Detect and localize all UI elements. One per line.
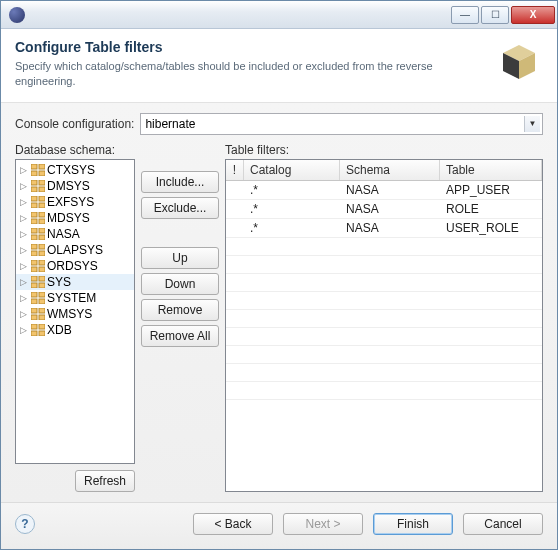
filters-column: Table filters: ! Catalog Schema Table .*… (225, 143, 543, 492)
svg-rect-30 (39, 267, 45, 272)
cell-schema: NASA (340, 181, 440, 199)
schema-item-label: MDSYS (47, 211, 90, 225)
expander-icon[interactable]: ▷ (18, 228, 29, 239)
col-schema[interactable]: Schema (340, 160, 440, 180)
cell-catalog: .* (244, 181, 340, 199)
svg-rect-37 (31, 299, 37, 304)
schema-tree[interactable]: ▷CTXSYS▷DMSYS▷EXFSYS▷MDSYS▷NASA▷OLAPSYS▷… (15, 159, 135, 464)
schema-item-label: NASA (47, 227, 80, 241)
dialog-body: Console configuration: hibernate ▼ Datab… (1, 103, 557, 502)
grid-body: .*NASAAPP_USER.*NASAROLE.*NASAUSER_ROLE (226, 181, 542, 491)
schema-item-label: DMSYS (47, 179, 90, 193)
refresh-button[interactable]: Refresh (75, 470, 135, 492)
schema-item[interactable]: ▷SYS (16, 274, 134, 290)
help-icon[interactable]: ? (15, 514, 35, 534)
svg-rect-27 (31, 260, 37, 265)
console-row: Console configuration: hibernate ▼ (15, 113, 543, 135)
down-button[interactable]: Down (141, 273, 219, 295)
svg-rect-46 (39, 331, 45, 336)
cell-schema: NASA (340, 200, 440, 218)
col-catalog[interactable]: Catalog (244, 160, 340, 180)
col-table[interactable]: Table (440, 160, 542, 180)
expander-icon[interactable]: ▷ (18, 196, 29, 207)
table-row[interactable]: .*NASAAPP_USER (226, 181, 542, 200)
expander-icon[interactable]: ▷ (18, 180, 29, 191)
schema-item[interactable]: ▷WMSYS (16, 306, 134, 322)
cell-bang (226, 219, 244, 237)
include-button[interactable]: Include... (141, 171, 219, 193)
schema-item[interactable]: ▷NASA (16, 226, 134, 242)
cell-schema: NASA (340, 219, 440, 237)
schema-item[interactable]: ▷EXFSYS (16, 194, 134, 210)
svg-rect-7 (31, 180, 37, 185)
schema-item-label: OLAPSYS (47, 243, 103, 257)
schema-item[interactable]: ▷XDB (16, 322, 134, 338)
svg-rect-4 (39, 164, 45, 169)
svg-rect-29 (31, 267, 37, 272)
back-button[interactable]: < Back (193, 513, 273, 535)
next-button[interactable]: Next > (283, 513, 363, 535)
cell-bang (226, 200, 244, 218)
schema-item[interactable]: ▷OLAPSYS (16, 242, 134, 258)
expander-icon[interactable]: ▷ (18, 244, 29, 255)
filters-grid[interactable]: ! Catalog Schema Table .*NASAAPP_USER.*N… (225, 159, 543, 492)
dialog-footer: ? < Back Next > Finish Cancel (1, 502, 557, 549)
schema-item[interactable]: ▷CTXSYS (16, 162, 134, 178)
svg-rect-5 (31, 171, 37, 176)
svg-rect-44 (39, 324, 45, 329)
schema-item-label: EXFSYS (47, 195, 94, 209)
svg-rect-13 (31, 203, 37, 208)
window-controls: — ☐ X (451, 6, 555, 24)
schema-item[interactable]: ▷ORDSYS (16, 258, 134, 274)
close-button[interactable]: X (511, 6, 555, 24)
svg-rect-35 (31, 292, 37, 297)
filters-label: Table filters: (225, 143, 543, 157)
exclude-button[interactable]: Exclude... (141, 197, 219, 219)
svg-rect-10 (39, 187, 45, 192)
svg-rect-22 (39, 235, 45, 240)
table-row[interactable]: .*NASAROLE (226, 200, 542, 219)
console-value: hibernate (145, 117, 195, 131)
schema-item[interactable]: ▷MDSYS (16, 210, 134, 226)
remove-button[interactable]: Remove (141, 299, 219, 321)
app-icon (9, 7, 25, 23)
expander-icon[interactable]: ▷ (18, 292, 29, 303)
svg-rect-31 (31, 276, 37, 281)
up-button[interactable]: Up (141, 247, 219, 269)
schema-item[interactable]: ▷SYSTEM (16, 290, 134, 306)
svg-rect-39 (31, 308, 37, 313)
cell-bang (226, 181, 244, 199)
cell-catalog: .* (244, 219, 340, 237)
main-area: Database schema: ▷CTXSYS▷DMSYS▷EXFSYS▷MD… (15, 143, 543, 492)
expander-icon[interactable]: ▷ (18, 324, 29, 335)
expander-icon[interactable]: ▷ (18, 276, 29, 287)
dialog-window: — ☐ X Configure Table filters Specify wh… (0, 0, 558, 550)
hibernate-cube-icon (497, 41, 541, 85)
cancel-button[interactable]: Cancel (463, 513, 543, 535)
schema-label: Database schema: (15, 143, 135, 157)
chevron-down-icon: ▼ (524, 116, 540, 132)
dialog-subtitle: Specify which catalog/schema/tables shou… (15, 59, 435, 90)
table-row[interactable]: .*NASAUSER_ROLE (226, 219, 542, 238)
expander-icon[interactable]: ▷ (18, 164, 29, 175)
window-titlebar: — ☐ X (1, 1, 557, 29)
svg-rect-24 (39, 244, 45, 249)
console-combo[interactable]: hibernate ▼ (140, 113, 543, 135)
expander-icon[interactable]: ▷ (18, 308, 29, 319)
svg-rect-9 (31, 187, 37, 192)
svg-rect-6 (39, 171, 45, 176)
svg-rect-20 (39, 228, 45, 233)
expander-icon[interactable]: ▷ (18, 260, 29, 271)
svg-rect-14 (39, 203, 45, 208)
schema-item-label: SYSTEM (47, 291, 96, 305)
finish-button[interactable]: Finish (373, 513, 453, 535)
expander-icon[interactable]: ▷ (18, 212, 29, 223)
col-bang[interactable]: ! (226, 160, 244, 180)
remove-all-button[interactable]: Remove All (141, 325, 219, 347)
minimize-button[interactable]: — (451, 6, 479, 24)
schema-item-label: XDB (47, 323, 72, 337)
maximize-button[interactable]: ☐ (481, 6, 509, 24)
schema-item[interactable]: ▷DMSYS (16, 178, 134, 194)
svg-rect-17 (31, 219, 37, 224)
svg-rect-40 (39, 308, 45, 313)
